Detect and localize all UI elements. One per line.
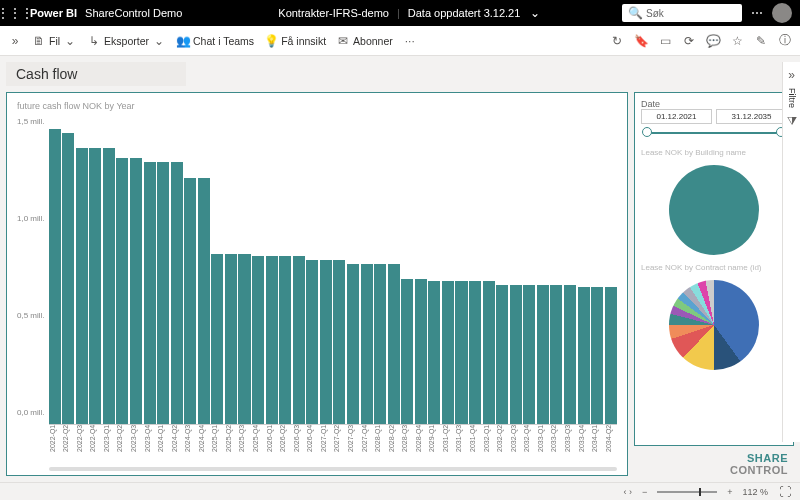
bar[interactable]	[89, 148, 101, 424]
info-icon[interactable]: ⓘ	[778, 34, 792, 48]
bar[interactable]	[523, 285, 535, 424]
fit-page-icon[interactable]: ⛶	[778, 485, 792, 499]
bar[interactable]	[564, 285, 576, 424]
bar[interactable]	[211, 254, 223, 424]
bar[interactable]	[144, 162, 156, 424]
bar[interactable]	[388, 264, 400, 424]
expand-nav-icon[interactable]: »	[8, 34, 22, 48]
bar[interactable]	[537, 285, 549, 424]
bar[interactable]	[306, 260, 318, 424]
bar[interactable]	[171, 162, 183, 424]
zoom-level: 112 %	[742, 487, 768, 497]
bar[interactable]	[361, 264, 373, 424]
x-tick: 2026-Q4	[306, 425, 318, 465]
report-name[interactable]: Kontrakter-IFRS-demo	[278, 7, 389, 19]
star-icon[interactable]: ☆	[730, 34, 744, 48]
bar[interactable]	[347, 264, 359, 424]
x-tick: 2025-Q4	[252, 425, 264, 465]
zoom-plus[interactable]: +	[727, 487, 732, 497]
bar[interactable]	[238, 254, 250, 424]
bar[interactable]	[103, 148, 115, 424]
bar[interactable]	[49, 129, 61, 424]
bar[interactable]	[442, 281, 454, 424]
chart-title: future cash flow NOK by Year	[17, 101, 617, 111]
refresh-icon[interactable]: ⟳	[682, 34, 696, 48]
bar[interactable]	[578, 287, 590, 424]
bar[interactable]	[266, 256, 278, 424]
bar[interactable]	[293, 256, 305, 424]
zoom-slider[interactable]	[657, 491, 717, 493]
bar[interactable]	[184, 178, 196, 424]
page-nav[interactable]: ‹ ›	[623, 487, 632, 497]
bar[interactable]	[62, 133, 74, 424]
y-tick: 1,5 mill.	[17, 117, 45, 126]
x-tick: 2022-Q2	[62, 425, 74, 465]
waffle-icon[interactable]: ⋮⋮⋮	[8, 6, 22, 20]
slider-handle-start[interactable]	[642, 127, 652, 137]
date-to-input[interactable]: 31.12.2035	[716, 109, 787, 124]
bar[interactable]	[428, 281, 440, 424]
bar[interactable]	[116, 158, 128, 424]
x-tick: 2028-Q4	[415, 425, 427, 465]
pie-contract-chart[interactable]	[669, 280, 759, 370]
more-icon[interactable]: ⋯	[750, 6, 764, 20]
date-filter: Date 01.12.2021 31.12.2035	[641, 99, 787, 142]
search-input[interactable]: 🔍 Søk	[622, 4, 742, 22]
horizontal-scrollbar[interactable]	[49, 467, 617, 471]
bar[interactable]	[496, 285, 508, 424]
bar[interactable]	[469, 281, 481, 424]
bar[interactable]	[455, 281, 467, 424]
search-icon: 🔍	[628, 6, 642, 20]
insights-button[interactable]: 💡 Få innsikt	[264, 34, 326, 48]
avatar[interactable]	[772, 3, 792, 23]
comment-icon[interactable]: 💬	[706, 34, 720, 48]
edit-icon[interactable]: ✎	[754, 34, 768, 48]
data-updated-label[interactable]: Data oppdatert 3.12.21	[408, 7, 521, 19]
x-tick: 2024-Q4	[198, 425, 210, 465]
workspace-name[interactable]: ShareControl Demo	[85, 7, 182, 19]
bar[interactable]	[374, 264, 386, 424]
bar[interactable]	[225, 254, 237, 424]
bar[interactable]	[605, 287, 617, 424]
y-axis: 1,5 mill.1,0 mill.0,5 mill.0,0 mill.	[17, 117, 49, 417]
export-menu[interactable]: ↳ Eksporter ⌄	[87, 34, 166, 48]
bar[interactable]	[198, 178, 210, 424]
bar[interactable]	[320, 260, 332, 424]
chat-teams-button[interactable]: 👥 Chat i Teams	[176, 34, 254, 48]
x-tick: 2025-Q3	[238, 425, 250, 465]
x-tick: 2031-Q4	[469, 425, 481, 465]
subscribe-button[interactable]: ✉ Abonner	[336, 34, 393, 48]
date-from-input[interactable]: 01.12.2021	[641, 109, 712, 124]
pie-building-chart[interactable]	[669, 165, 759, 255]
more-icon[interactable]: ···	[403, 34, 417, 48]
subscribe-label: Abonner	[353, 35, 393, 47]
reset-icon[interactable]: ↻	[610, 34, 624, 48]
bar[interactable]	[333, 260, 345, 424]
bookmark-icon[interactable]: 🔖	[634, 34, 648, 48]
x-tick: 2025-Q1	[211, 425, 223, 465]
bar[interactable]	[157, 162, 169, 424]
bar[interactable]	[550, 285, 562, 424]
bar[interactable]	[279, 256, 291, 424]
bar[interactable]	[510, 285, 522, 424]
bar[interactable]	[252, 256, 264, 424]
file-menu[interactable]: 🗎 Fil ⌄	[32, 34, 77, 48]
bar[interactable]	[76, 148, 88, 424]
bar[interactable]	[415, 279, 427, 424]
x-tick: 2033-Q3	[564, 425, 576, 465]
bar[interactable]	[401, 279, 413, 424]
command-bar: » 🗎 Fil ⌄ ↳ Eksporter ⌄ 👥 Chat i Teams 💡…	[0, 26, 800, 56]
cash-flow-bar-chart[interactable]: future cash flow NOK by Year 1,5 mill.1,…	[6, 92, 628, 476]
app-header: ⋮⋮⋮ Power BI ShareControl Demo Kontrakte…	[0, 0, 800, 26]
chevron-left-icon[interactable]: »	[785, 68, 799, 82]
bar[interactable]	[130, 158, 142, 424]
chevron-down-icon[interactable]: ⌄	[528, 6, 542, 20]
zoom-minus[interactable]: −	[642, 487, 647, 497]
view-icon[interactable]: ▭	[658, 34, 672, 48]
bar[interactable]	[591, 287, 603, 424]
bar[interactable]	[483, 281, 495, 424]
right-filters-panel: Date 01.12.2021 31.12.2035 Lease NOK by …	[634, 92, 794, 446]
x-tick: 2027-Q4	[361, 425, 373, 465]
filters-pane-collapsed[interactable]: » Filtre ⧩	[782, 62, 800, 442]
date-slider[interactable]	[647, 132, 781, 134]
